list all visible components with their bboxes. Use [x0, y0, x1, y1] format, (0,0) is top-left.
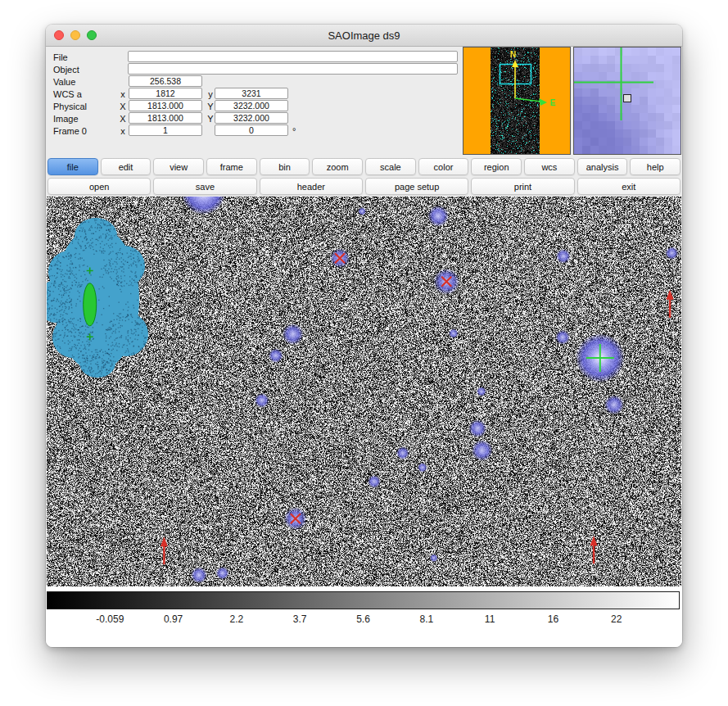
ds9-window: SAOImage ds9 File Object Value WCS a x y… — [46, 25, 682, 647]
image-y-field[interactable] — [215, 112, 288, 124]
frame-number-field[interactable] — [129, 124, 202, 136]
colorbar[interactable] — [47, 591, 680, 609]
menu-button-file[interactable]: file — [47, 158, 98, 175]
colorbar-panel: -0.0590.972.23.75.68.1111622 — [46, 586, 682, 647]
wcs-y-field[interactable] — [215, 88, 288, 99]
file-submenu-bar: opensaveheaderpage setupprintexit — [47, 178, 681, 195]
colorbar-tick-label: 22 — [611, 613, 622, 625]
image-x-label: X — [119, 113, 127, 124]
colorbar-tick-label: 11 — [485, 613, 495, 625]
frame-label: Frame 0 — [53, 125, 87, 137]
menu-button-analysis[interactable]: analysis — [577, 158, 628, 175]
image-label: Image — [53, 113, 79, 124]
image-y-label: Y — [206, 113, 215, 124]
file-menu-button-exit[interactable]: exit — [577, 178, 681, 195]
colorbar-tick-label: 2.2 — [230, 613, 244, 625]
value-label: Value — [53, 76, 75, 88]
physical-y-label: Y — [206, 101, 215, 112]
traffic-lights — [54, 30, 97, 40]
physical-x-label: X — [119, 101, 127, 112]
physical-label: Physical — [53, 101, 87, 112]
physical-x-field[interactable] — [129, 100, 202, 111]
close-button[interactable] — [54, 30, 64, 40]
image-x-field[interactable] — [129, 112, 202, 124]
minimize-button[interactable] — [70, 30, 80, 40]
titlebar[interactable]: SAOImage ds9 — [46, 25, 682, 47]
colorbar-tick-label: 3.7 — [293, 613, 307, 625]
file-label: File — [53, 52, 68, 63]
window-title: SAOImage ds9 — [328, 29, 400, 42]
menu-button-wcs[interactable]: wcs — [524, 158, 575, 175]
colorbar-tick-label: 16 — [548, 613, 558, 625]
menu-button-region[interactable]: region — [471, 158, 522, 175]
menu-button-zoom[interactable]: zoom — [312, 158, 363, 175]
wcs-x-field[interactable] — [129, 88, 202, 99]
menu-button-help[interactable]: help — [630, 158, 681, 175]
frame-x-label: x — [119, 125, 127, 137]
menu-button-view[interactable]: view — [153, 158, 204, 175]
menu-button-color[interactable]: color — [418, 158, 469, 175]
menu-button-edit[interactable]: edit — [101, 158, 151, 175]
physical-y-field[interactable] — [215, 100, 288, 111]
file-menu-button-header[interactable]: header — [260, 178, 363, 195]
maximize-button[interactable] — [87, 30, 97, 40]
object-label: Object — [53, 64, 79, 75]
menu-button-frame[interactable]: frame — [206, 158, 257, 175]
file-menu-button-save[interactable]: save — [153, 178, 256, 195]
frame-rotation-field[interactable] — [215, 124, 288, 136]
menu-bar: fileeditviewframebinzoomscalecolorregion… — [47, 158, 681, 175]
colorbar-tick-label: 8.1 — [419, 613, 433, 625]
file-field[interactable] — [128, 51, 458, 62]
image-view[interactable] — [47, 197, 681, 586]
menu-button-bin[interactable]: bin — [260, 158, 310, 175]
wcs-x-label: x — [119, 88, 127, 100]
panner[interactable] — [463, 47, 571, 155]
file-menu-button-print[interactable]: print — [471, 178, 574, 195]
menu-button-scale[interactable]: scale — [365, 158, 416, 175]
value-field[interactable] — [129, 75, 202, 87]
file-menu-button-page-setup[interactable]: page setup — [365, 178, 468, 195]
object-field[interactable] — [128, 63, 458, 75]
colorbar-tick-labels: -0.0590.972.23.75.68.1111622 — [47, 613, 680, 627]
degree-symbol: ° — [292, 125, 296, 137]
magnifier[interactable] — [573, 47, 681, 155]
colorbar-tick-label: 5.6 — [356, 613, 370, 625]
colorbar-tick-label: 0.97 — [164, 613, 183, 625]
wcs-y-label: y — [206, 88, 215, 100]
wcs-label: WCS a — [53, 88, 82, 100]
colorbar-tick-label: -0.059 — [96, 613, 124, 625]
file-menu-button-open[interactable]: open — [47, 178, 151, 195]
